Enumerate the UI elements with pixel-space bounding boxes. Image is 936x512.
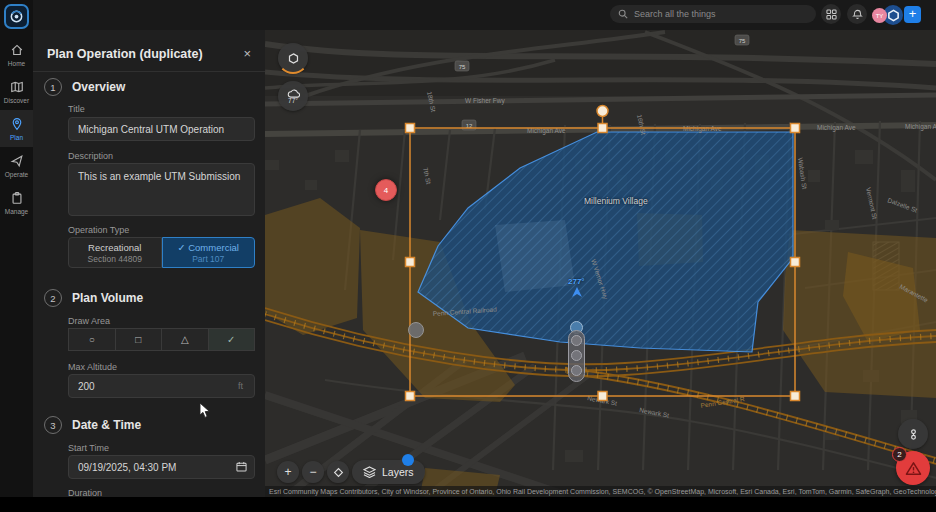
title-label: Title	[68, 104, 85, 114]
plan-icon	[10, 117, 24, 132]
layers-button[interactable]: Layers	[352, 460, 425, 484]
map-tools-button[interactable]	[898, 419, 928, 449]
advisory-marker[interactable]: 4	[375, 179, 397, 201]
warning-triangle-icon	[905, 461, 922, 476]
zoom-in-button[interactable]: +	[277, 461, 299, 483]
map-base-layer: W Fisher FwyMichigan AveMichigan AveMich…	[265, 30, 936, 497]
app-logo-icon	[9, 9, 24, 24]
sidebar-item-manage[interactable]: Manage	[0, 184, 33, 221]
section-heading: Plan Volume	[72, 291, 143, 305]
crosshair-icon	[907, 428, 920, 441]
calendar-icon[interactable]	[236, 461, 247, 472]
description-label: Description	[68, 151, 113, 161]
search-input[interactable]	[634, 9, 804, 19]
operation-type-label: Operation Type	[68, 225, 129, 235]
apps-grid-icon	[826, 9, 837, 20]
alert-count-badge: 2	[892, 447, 907, 462]
max-altitude-label: Max Altitude	[68, 362, 117, 372]
panel-title: Plan Operation (duplicate)	[47, 47, 203, 61]
sidebar-item-discover[interactable]: Discover	[0, 73, 33, 110]
sidebar-item-label: Operate	[5, 171, 29, 178]
operation-type-recreational[interactable]: RecreationalSection 44809	[68, 237, 162, 268]
global-search[interactable]	[610, 5, 816, 23]
sidebar-nav: HomeDiscoverPlanOperateManage	[0, 36, 33, 221]
max-altitude-input[interactable]	[68, 374, 255, 398]
section-plan-volume: 2 Plan Volume	[44, 289, 143, 307]
compass-button[interactable]	[278, 43, 308, 73]
section-number: 2	[44, 289, 62, 307]
highway-shield: 75	[735, 35, 749, 45]
rotate-handle	[597, 106, 608, 117]
plan-operation-panel: Plan Operation (duplicate) × 1 Overview …	[33, 30, 265, 497]
square-tool[interactable]: □	[116, 328, 163, 351]
sidebar-item-label: Manage	[5, 208, 29, 215]
section-overview: 1 Overview	[44, 78, 125, 96]
svg-text:75: 75	[459, 64, 466, 70]
home-icon	[10, 43, 24, 58]
svg-text:W Fisher Fwy: W Fisher Fwy	[465, 97, 505, 105]
svg-text:75: 75	[739, 38, 746, 44]
section-date-time: 3 Date & Time	[44, 416, 141, 434]
left-rail: HomeDiscoverPlanOperateManage	[0, 0, 33, 497]
temperature-label: 77°	[288, 97, 298, 104]
operation-type-commercial[interactable]: ✓ CommercialPart 107	[162, 237, 256, 268]
draw-area-label: Draw Area	[68, 316, 110, 326]
notifications-button[interactable]	[847, 4, 867, 24]
section-number: 3	[44, 416, 62, 434]
sidebar-item-plan[interactable]: Plan	[0, 110, 33, 147]
user-avatar[interactable]: TY	[872, 8, 887, 23]
manage-icon	[10, 191, 24, 206]
top-bar: TY +	[33, 0, 936, 30]
section-heading: Date & Time	[72, 418, 141, 432]
svg-text:Michigan Av: Michigan Av	[905, 123, 936, 131]
operation-type-toggle: RecreationalSection 44809✓ CommercialPar…	[68, 237, 255, 268]
org-logo-icon	[887, 9, 900, 22]
highway-shield: 75	[455, 61, 469, 71]
map-canvas[interactable]: W Fisher FwyMichigan AveMichigan AveMich…	[265, 30, 936, 497]
search-icon	[618, 9, 628, 19]
sidebar-item-operate[interactable]: Operate	[0, 147, 33, 184]
locate-icon	[333, 467, 344, 478]
circle-tool[interactable]: ○	[68, 328, 116, 351]
app-window: HomeDiscoverPlanOperateManage TY	[0, 0, 936, 512]
apps-grid-button[interactable]	[821, 4, 841, 24]
bearing-arrow-icon	[571, 287, 583, 298]
operate-icon	[10, 154, 24, 169]
sidebar-item-label: Discover	[4, 97, 29, 104]
heading-arc	[277, 42, 309, 74]
poi-marker[interactable]	[408, 322, 424, 338]
weather-button[interactable]: 77°	[278, 81, 308, 111]
svg-text:Michigan Ave: Michigan Ave	[683, 125, 722, 133]
altitude-unit-label: ft	[238, 381, 243, 391]
create-new-button[interactable]: +	[904, 6, 921, 23]
map-attribution: Esri Community Maps Contributors, City o…	[265, 486, 936, 497]
draw-area-tools: ○□△✓	[68, 328, 255, 351]
confirm-tool[interactable]: ✓	[209, 328, 256, 351]
poi-cluster[interactable]	[568, 330, 585, 382]
triangle-tool[interactable]: △	[162, 328, 209, 351]
layers-notification-dot	[402, 454, 414, 466]
svg-text:Michigan Ave: Michigan Ave	[817, 124, 856, 132]
close-panel-button[interactable]: ×	[243, 46, 251, 61]
zoom-out-button[interactable]: −	[302, 461, 324, 483]
sidebar-item-home[interactable]: Home	[0, 36, 33, 73]
bell-icon	[852, 9, 863, 20]
start-time-input[interactable]	[68, 455, 255, 479]
bearing-label: 277°	[568, 277, 585, 286]
layers-icon	[363, 466, 376, 478]
description-input[interactable]: This is an example UTM Submission	[68, 163, 255, 216]
section-heading: Overview	[72, 80, 125, 94]
section-number: 1	[44, 78, 62, 96]
sidebar-item-label: Home	[8, 60, 25, 67]
locate-button[interactable]	[327, 461, 349, 483]
place-label-millenium-village: Millenium Village	[584, 196, 648, 206]
app-logo[interactable]	[4, 4, 29, 29]
title-input[interactable]	[68, 117, 255, 141]
letterbox-bar	[0, 497, 936, 512]
start-time-label: Start Time	[68, 443, 109, 453]
sidebar-item-label: Plan	[10, 134, 23, 141]
discover-icon	[10, 80, 24, 95]
panel-header: Plan Operation (duplicate) ×	[33, 36, 265, 72]
layers-label: Layers	[382, 466, 414, 478]
attribution-text: Esri Community Maps Contributors, City o…	[269, 486, 936, 497]
